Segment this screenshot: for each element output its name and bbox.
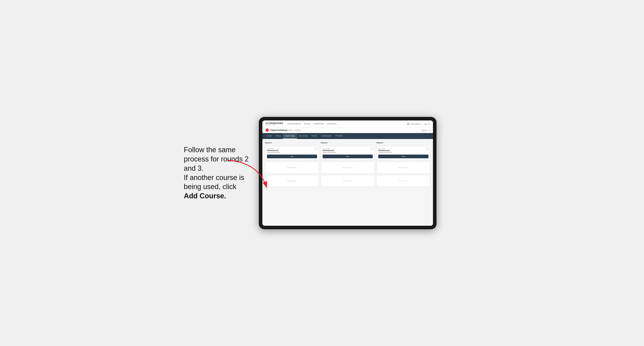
round-2-column: Round 2 ✕ (Course A) Peachtree GC Yellow… xyxy=(321,142,374,187)
scoreboard-logo: SCOREBOARD xyxy=(266,122,283,124)
round-2-delete-btn[interactable]: ✕ xyxy=(370,148,373,150)
hosting-badge: Hosting xyxy=(294,129,301,131)
round-3-course-tee: Yellow (M) (6629 yds) xyxy=(378,152,428,153)
round-2-course-tee: Yellow (M) (6629 yds) xyxy=(322,152,373,153)
cancel-x[interactable]: ✕ xyxy=(428,130,430,132)
tournament-name: Clippd Invitational xyxy=(270,129,288,131)
round-1-add-course-2[interactable]: Add Course + xyxy=(265,175,319,187)
round-1-label: Round 1 xyxy=(265,142,319,144)
divider: | xyxy=(422,123,423,125)
nav-links: TOURNAMENTS TEAMS COMMITTEE RANKINGS xyxy=(287,122,407,125)
nav-rankings[interactable]: RANKINGS xyxy=(327,122,336,125)
round-2-add-course-1-label: Add Course + xyxy=(343,167,352,168)
nav-tournaments[interactable]: TOURNAMENTS xyxy=(287,122,301,125)
tab-details[interactable]: Details xyxy=(265,133,274,139)
tab-teams[interactable]: Teams xyxy=(274,133,283,139)
tab-tee-groups[interactable]: Tee Groups xyxy=(297,133,310,139)
nav-right: blair@clippd.io | Sign out xyxy=(407,122,430,125)
round-1-delete-btn[interactable]: ✕ xyxy=(315,148,318,150)
round-2-label: Round 2 xyxy=(321,142,374,144)
round-2-add-course-2[interactable]: Add Course + xyxy=(321,175,374,187)
app-logo-icon: C xyxy=(266,129,269,132)
round-3-add-course-2[interactable]: Add Course + xyxy=(376,175,430,187)
round-2-add-course-2-label: Add Course + xyxy=(343,180,352,182)
round-2-add-course-1[interactable]: Add Course + xyxy=(321,162,374,173)
page-container: Follow the same process for rounds 2 and… xyxy=(184,117,460,229)
round-1-course-name: Peachtree GC xyxy=(267,150,317,152)
sub-header: C Clippd Invitational (Men) Hosting Canc… xyxy=(262,128,433,133)
powered-by: Powered by clippd xyxy=(266,124,283,126)
round-3-edit-button[interactable]: Edit xyxy=(378,155,428,158)
round-1-course-label: (Course A) xyxy=(267,148,317,149)
tab-printables[interactable]: Printables xyxy=(334,133,345,139)
tournament-gender: (Men) xyxy=(288,129,293,131)
round-3-course-label: (Course A) xyxy=(378,148,428,149)
round-3-add-course-1[interactable]: Add Course + xyxy=(376,162,430,173)
sign-out-link[interactable]: Sign out xyxy=(424,123,430,125)
round-2-course-name: Peachtree GC xyxy=(322,150,373,152)
user-email: blair@clippd.io xyxy=(411,123,421,125)
round-2-course-label: (Course A) xyxy=(322,148,373,149)
round-3-delete-btn[interactable]: ✕ xyxy=(426,148,429,150)
tablet-frame: SCOREBOARD Powered by clippd TOURNAMENTS… xyxy=(259,117,436,229)
nav-committee[interactable]: COMMITTEE xyxy=(313,122,324,125)
round-3-add-course-2-label: Add Course + xyxy=(398,180,408,182)
round-1-add-course-1[interactable]: Add Course + xyxy=(265,162,319,173)
tab-course-setup[interactable]: Course Setup xyxy=(283,133,297,139)
round-1-column: Round 1 ✕ (Course A) Peachtree GC Yellow… xyxy=(265,142,319,187)
tablet-wrapper: SCOREBOARD Powered by clippd TOURNAMENTS… xyxy=(259,117,436,229)
tab-leaderboards[interactable]: Leaderboards xyxy=(319,133,333,139)
round-1-edit-button[interactable]: Edit xyxy=(267,155,317,158)
rounds-grid: Round 1 ✕ (Course A) Peachtree GC Yellow… xyxy=(265,142,430,187)
nav-teams[interactable]: TEAMS xyxy=(304,122,310,125)
round-3-column: Round 3 ✕ (Course A) Peachtree GC Yellow… xyxy=(376,142,430,187)
instruction-line1: Follow the same process for rounds 2 and… xyxy=(184,146,248,200)
cancel-button[interactable]: Cancel xyxy=(422,130,427,132)
round-1-add-course-2-label: Add Course + xyxy=(287,180,297,182)
round-1-course-card: ✕ (Course A) Peachtree GC Yellow (M) (66… xyxy=(265,146,319,160)
round-3-course-name: Peachtree GC xyxy=(378,150,428,152)
round-3-label: Round 3 xyxy=(376,142,430,144)
top-nav: SCOREBOARD Powered by clippd TOURNAMENTS… xyxy=(262,121,433,128)
round-3-course-card: ✕ (Course A) Peachtree GC Yellow (M) (66… xyxy=(376,146,430,160)
user-avatar xyxy=(407,122,410,125)
logo-area: SCOREBOARD Powered by clippd xyxy=(266,122,283,126)
round-1-add-course-1-label: Add Course + xyxy=(287,167,297,168)
round-2-edit-button[interactable]: Edit xyxy=(322,155,373,158)
round-2-course-card: ✕ (Course A) Peachtree GC Yellow (M) (66… xyxy=(321,146,374,160)
tab-results[interactable]: Results xyxy=(310,133,319,139)
tablet-screen: SCOREBOARD Powered by clippd TOURNAMENTS… xyxy=(262,121,433,226)
round-3-add-course-1-label: Add Course + xyxy=(398,167,408,168)
main-content: Round 1 ✕ (Course A) Peachtree GC Yellow… xyxy=(262,139,433,226)
instruction-bold: Add Course. xyxy=(184,192,226,200)
tab-bar: Details Teams Course Setup Tee Groups Re… xyxy=(262,133,433,139)
round-1-course-tee: Yellow (M) (6629 yds) xyxy=(267,152,317,153)
instruction-text: Follow the same process for rounds 2 and… xyxy=(184,145,251,201)
